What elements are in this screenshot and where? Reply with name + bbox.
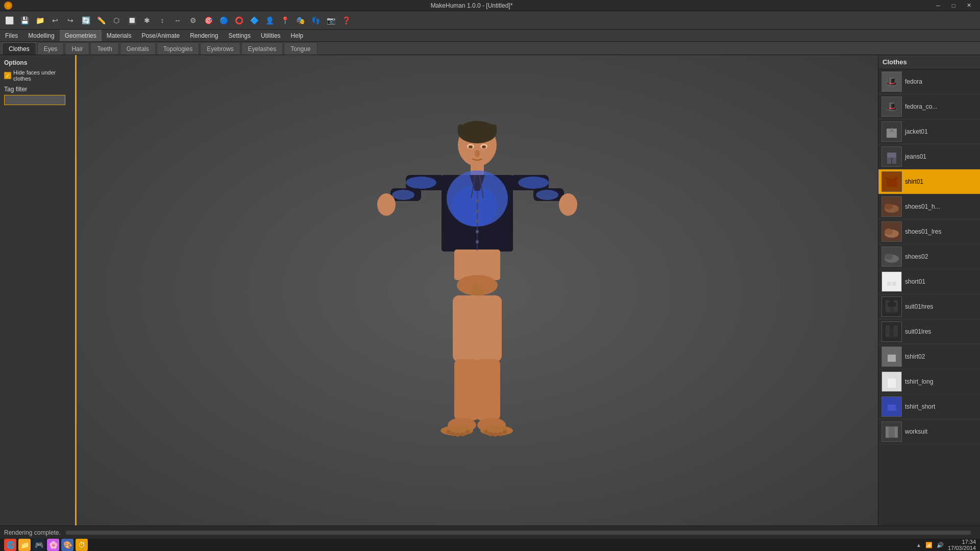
svg-point-43 (475, 150, 480, 157)
menu-pose-animate[interactable]: Pose/Animate (136, 30, 185, 41)
toolbar-help[interactable]: ❓ (339, 13, 353, 28)
toolbar-shape[interactable]: 🔷 (247, 13, 261, 28)
svg-rect-23 (454, 359, 479, 420)
clothes-item-suit01lres[interactable]: suit01lres (878, 319, 980, 344)
menu-modelling[interactable]: Modelling (23, 30, 59, 41)
toolbar-v[interactable]: ↕ (155, 13, 169, 28)
clothes-item-shoes01-h[interactable]: shoes01_h... (878, 194, 980, 219)
menubar: Files Modelling Geometries Materials Pos… (0, 30, 980, 42)
clothes-item-fedora[interactable]: 🎩 fedora (878, 69, 980, 94)
clothes-item-shoes01-lres[interactable]: shoes01_lres (878, 219, 980, 244)
clothes-item-tshirt-short[interactable]: tshirt_short (878, 394, 980, 419)
toolbar-h[interactable]: ↔ (170, 13, 185, 28)
tshirt-long-label: tshirt_long (905, 378, 933, 385)
toolbar-save[interactable]: 💾 (17, 13, 32, 28)
worksuit-label: worksuit (905, 428, 927, 435)
svg-rect-56 (887, 153, 896, 158)
clothes-item-fedora-co[interactable]: 🎩 fedora_co... (878, 94, 980, 119)
svg-point-61 (885, 204, 893, 210)
toolbar-grid[interactable]: 🔲 (125, 13, 139, 28)
clothes-item-short01[interactable]: short01 (878, 269, 980, 294)
tab-genitals[interactable]: Genitals (120, 42, 156, 55)
clock-time: 17:34 (948, 539, 976, 545)
toolbar-pin[interactable]: 📍 (278, 13, 292, 28)
suit01lres-thumb (881, 321, 902, 342)
tab-clothes[interactable]: Clothes (2, 42, 36, 55)
toolbar-redo[interactable]: ↪ (63, 13, 78, 28)
taskbar-chrome[interactable]: 🌐 (4, 539, 16, 551)
menu-rendering[interactable]: Rendering (185, 30, 223, 41)
minimize-button[interactable]: ─ (931, 1, 945, 11)
toolbar-new[interactable]: ⬜ (2, 13, 16, 28)
tray-volume[interactable]: 🔊 (937, 542, 944, 548)
clothes-item-jacket01[interactable]: jacket01 (878, 119, 980, 144)
toolbar-mesh[interactable]: ⬡ (109, 13, 124, 28)
menu-materials[interactable]: Materials (102, 30, 137, 41)
tab-hair[interactable]: Hair (65, 42, 89, 55)
toolbar-target[interactable]: 🎯 (201, 13, 215, 28)
tab-eyes[interactable]: Eyes (37, 42, 64, 55)
tshirt-short-thumb (881, 396, 902, 417)
suit01lres-label: suit01lres (905, 328, 931, 335)
menu-geometries[interactable]: Geometries (60, 30, 102, 41)
tab-tongue[interactable]: Tongue (284, 42, 317, 55)
taskbar-app5[interactable]: 🎨 (61, 539, 74, 551)
3d-viewport[interactable] (77, 55, 878, 525)
taskbar-steam[interactable]: 🎮 (33, 539, 45, 551)
taskbar-timer[interactable]: ⏱ (76, 539, 88, 551)
menu-help[interactable]: Help (286, 30, 309, 41)
toolbar-feet[interactable]: 👣 (308, 13, 323, 28)
svg-point-41 (469, 145, 473, 148)
close-button[interactable]: ✕ (962, 1, 976, 11)
svg-rect-86 (886, 427, 889, 438)
tray-arrow[interactable]: ▲ (916, 542, 921, 548)
clothes-item-tshirt02[interactable]: tshirt02 (878, 344, 980, 369)
tshirt-short-label: tshirt_short (905, 403, 935, 410)
clothes-item-worksuit[interactable]: worksuit (878, 419, 980, 444)
right-panel: Clothes 🎩 fedora 🎩 fedora_co... jacket01 (878, 55, 980, 525)
menu-utilities[interactable]: Utilities (256, 30, 286, 41)
taskbar-app4[interactable]: 🌸 (47, 539, 59, 551)
hide-faces-checkbox[interactable]: ✓ (4, 72, 11, 79)
menu-files[interactable]: Files (0, 30, 23, 41)
clothes-item-shirt01[interactable]: shirt01 (878, 169, 980, 194)
shoes01-lres-thumb (881, 221, 902, 242)
taskbar-files[interactable]: 📁 (18, 539, 31, 551)
clothes-item-tshirt-long[interactable]: tshirt_long (878, 369, 980, 394)
toolbar: ⬜ 💾 📁 ↩ ↪ 🔄 ✏️ ⬡ 🔲 ✱ ↕ ↔ ⚙ 🎯 🔵 ⭕ 🔷 👤 📍 🎭… (0, 11, 980, 30)
toolbar-open[interactable]: 📁 (33, 13, 47, 28)
toolbar-undo[interactable]: ↩ (48, 13, 62, 28)
svg-point-37 (498, 432, 503, 436)
clothes-item-jeans01[interactable]: jeans01 (878, 144, 980, 169)
short01-label: short01 (905, 278, 925, 285)
clothes-item-shoes02[interactable]: shoes02 (878, 244, 980, 269)
svg-rect-57 (887, 179, 897, 187)
clothes-item-suit01hres[interactable]: suit01hres (878, 294, 980, 319)
tag-filter-input[interactable] (4, 95, 65, 105)
toolbar-person[interactable]: 👤 (262, 13, 277, 28)
toolbar-edit[interactable]: ✏️ (94, 13, 108, 28)
tab-topologies[interactable]: Topologies (157, 42, 199, 55)
system-tray: ▲ 📶 🔊 17:34 17/03/2014 (916, 539, 976, 551)
tray-network: 📶 (925, 542, 933, 548)
app-icon (4, 2, 12, 10)
hide-faces-option[interactable]: ✓ Hide faces under clothes (4, 69, 71, 82)
toolbar-mask[interactable]: 🎭 (293, 13, 307, 28)
svg-rect-75 (894, 325, 898, 337)
toolbar-refresh[interactable]: 🔄 (79, 13, 93, 28)
tab-eyebrows[interactable]: Eyebrows (200, 42, 240, 55)
menu-settings[interactable]: Settings (224, 30, 256, 41)
tag-filter-label: Tag filter (4, 86, 71, 93)
maximize-button[interactable]: □ (946, 1, 961, 11)
svg-rect-72 (888, 303, 896, 307)
tab-eyelashes[interactable]: Eyelashes (241, 42, 283, 55)
jeans01-label: jeans01 (905, 153, 926, 160)
clock-date: 17/03/2014 (948, 545, 976, 551)
toolbar-ring[interactable]: ⭕ (232, 13, 246, 28)
toolbar-camera[interactable]: 📷 (324, 13, 338, 28)
tab-teeth[interactable]: Teeth (90, 42, 118, 55)
toolbar-settings[interactable]: ⚙ (186, 13, 200, 28)
toolbar-star[interactable]: ✱ (140, 13, 154, 28)
tshirt02-thumb (881, 346, 902, 367)
toolbar-circle[interactable]: 🔵 (216, 13, 231, 28)
